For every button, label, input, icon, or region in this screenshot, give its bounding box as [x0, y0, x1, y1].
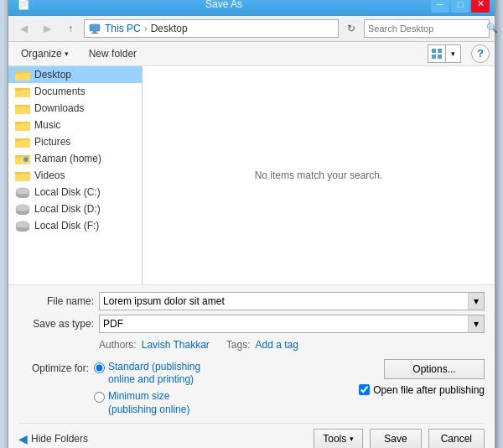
sidebar-item-label: Videos	[34, 169, 65, 181]
save-label: Save	[384, 433, 407, 445]
savetype-label: Save as type:	[18, 318, 94, 330]
tools-label: Tools	[323, 433, 346, 445]
save-button[interactable]: Save	[370, 429, 421, 448]
sidebar-item-music[interactable]: Music	[8, 117, 142, 133]
optimize-minimum-radio[interactable]	[94, 392, 105, 403]
address-sep-1: ›	[144, 23, 148, 34]
svg-rect-1	[93, 31, 96, 33]
optimize-minimum-label: Minimum size(publishing online)	[108, 390, 189, 416]
main-content: Desktop Documents Downloads	[8, 66, 495, 284]
help-button[interactable]: ?	[471, 44, 490, 63]
save-as-dialog: 📄 Save As ─ □ ✕ ◀ ▶ ↑ This PC › Desktop	[8, 0, 495, 448]
view-dropdown-icon: ▾	[451, 49, 455, 58]
sidebar-item-documents[interactable]: Documents	[8, 83, 142, 100]
organize-dropdown-icon: ▾	[65, 49, 69, 58]
up-button[interactable]: ↑	[60, 19, 80, 38]
view-button[interactable]	[428, 44, 446, 63]
optimize-label: Optimize for:	[18, 361, 94, 416]
sidebar-item-raman[interactable]: Raman (home)	[8, 150, 142, 167]
sidebar-item-videos[interactable]: Videos	[8, 167, 142, 184]
sidebar: Desktop Documents Downloads	[8, 66, 143, 284]
authors-value[interactable]: Lavish Thakkar	[142, 339, 210, 351]
cancel-button[interactable]: Cancel	[428, 429, 485, 448]
help-icon: ?	[477, 47, 484, 60]
svg-rect-2	[91, 33, 98, 34]
drive-c-icon	[15, 186, 30, 198]
sidebar-item-drive-f[interactable]: Local Disk (F:)	[8, 217, 142, 234]
new-folder-label: New folder	[89, 48, 137, 60]
search-box[interactable]: 🔍	[364, 19, 490, 38]
minimize-button[interactable]: ─	[431, 0, 449, 13]
search-input[interactable]	[368, 23, 484, 34]
address-desktop: Desktop	[151, 23, 188, 34]
toolbar: Organize ▾ New folder ▾ ?	[8, 42, 495, 66]
tools-dropdown-icon: ▾	[350, 435, 354, 443]
sidebar-item-desktop[interactable]: Desktop	[8, 66, 142, 83]
hide-folders-button[interactable]: ◀ Hide Folders	[18, 432, 88, 445]
forward-button[interactable]: ▶	[37, 19, 57, 38]
sidebar-item-label: Local Disk (F:)	[34, 220, 99, 232]
actions-row: ◀ Hide Folders Tools ▾ Save Cancel	[18, 423, 485, 448]
svg-rect-17	[15, 123, 30, 131]
optimize-section: Optimize for: Standard (publishingonline…	[18, 361, 359, 416]
maximize-button[interactable]: □	[451, 0, 469, 13]
bottom-section: File name: ▾ Save as type: PDF ▾ Authors…	[8, 284, 495, 448]
sidebar-item-label: Music	[34, 119, 60, 131]
options-button[interactable]: Options...	[384, 359, 485, 379]
svg-rect-14	[15, 107, 30, 114]
content-area: No items match your search.	[143, 66, 495, 284]
filename-wrapper: ▾	[99, 292, 485, 310]
address-bar[interactable]: This PC › Desktop	[84, 19, 339, 38]
filename-label: File name:	[18, 295, 94, 307]
svg-rect-11	[15, 90, 30, 97]
computer-icon	[88, 22, 101, 35]
organize-button[interactable]: Organize ▾	[13, 44, 76, 63]
optimize-standard-option[interactable]: Standard (publishingonline and printing)	[94, 361, 200, 387]
back-icon: ◀	[20, 23, 28, 34]
sidebar-item-drive-c[interactable]: Local Disk (C:)	[8, 184, 142, 201]
optimize-standard-radio[interactable]	[94, 362, 105, 373]
svg-point-37	[16, 221, 29, 228]
new-folder-button[interactable]: New folder	[81, 44, 144, 63]
back-button[interactable]: ◀	[13, 19, 34, 38]
drive-d-icon	[15, 203, 30, 215]
options-label: Options...	[412, 363, 455, 375]
open-after-row: Open file after publishing	[359, 384, 485, 396]
arrow-up-icon: ◀	[18, 432, 28, 445]
view-controls: ▾	[428, 44, 461, 63]
sidebar-item-label: Documents	[34, 86, 86, 97]
svg-rect-0	[90, 24, 100, 31]
refresh-button[interactable]: ↻	[342, 19, 360, 38]
savetype-wrapper: PDF ▾	[99, 315, 485, 333]
close-button[interactable]: ✕	[471, 0, 490, 13]
svg-rect-8	[15, 73, 30, 81]
dialog-title: Save As	[17, 0, 431, 10]
address-this-pc: This PC	[105, 23, 141, 34]
hide-folders-label: Hide Folders	[31, 433, 88, 445]
documents-folder-icon	[15, 86, 30, 97]
savetype-select[interactable]: PDF	[99, 315, 485, 333]
view-dropdown-button[interactable]: ▾	[446, 44, 461, 63]
svg-rect-6	[438, 55, 442, 59]
tags-value[interactable]: Add a tag	[256, 339, 298, 351]
meta-row: Authors: Lavish Thakkar Tags: Add a tag	[99, 337, 485, 352]
title-controls: ─ □ ✕	[431, 0, 490, 13]
svg-rect-18	[15, 122, 21, 124]
authors-label: Authors:	[99, 339, 137, 351]
filename-input[interactable]	[99, 292, 485, 310]
svg-point-25	[23, 157, 29, 162]
savetype-row: Save as type: PDF ▾	[18, 315, 485, 333]
sidebar-item-downloads[interactable]: Downloads	[8, 100, 142, 117]
right-panel: Options... Open file after publishing	[359, 359, 485, 416]
sidebar-item-pictures[interactable]: Pictures	[8, 133, 142, 150]
optimize-minimum-option[interactable]: Minimum size(publishing online)	[94, 390, 200, 416]
tags-field: Tags: Add a tag	[226, 339, 298, 351]
search-icon: 🔍	[486, 23, 498, 34]
authors-field: Authors: Lavish Thakkar	[99, 339, 210, 351]
downloads-folder-icon	[15, 102, 30, 114]
tools-button[interactable]: Tools ▾	[314, 429, 363, 448]
svg-rect-20	[15, 140, 30, 148]
open-after-checkbox[interactable]	[359, 384, 370, 395]
sidebar-item-label: Desktop	[34, 69, 71, 81]
sidebar-item-drive-d[interactable]: Local Disk (D:)	[8, 201, 142, 217]
